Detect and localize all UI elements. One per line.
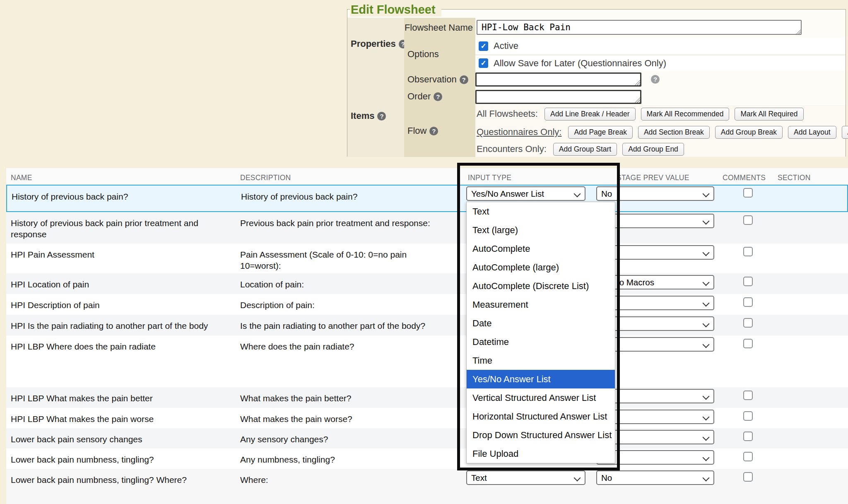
- help-icon[interactable]: ?: [651, 75, 660, 84]
- chevron-down-icon: [703, 393, 710, 400]
- dropdown-option-highlighted[interactable]: Yes/No Answer List: [467, 370, 615, 388]
- comments-checkbox[interactable]: [743, 247, 753, 256]
- row-description: Where does the pain radiate?: [240, 335, 439, 352]
- table-row[interactable]: HPI LBP What makes the pain worse What m…: [6, 408, 848, 428]
- row-name: History of previous back pain?: [12, 186, 235, 202]
- properties-cell: Properties?: [347, 18, 404, 105]
- dropdown-option[interactable]: AutoComplete (Discrete List): [467, 277, 615, 295]
- dropdown-option[interactable]: Measurement: [467, 295, 615, 314]
- help-icon[interactable]: ?: [434, 92, 442, 101]
- table-row[interactable]: History of previous back pain? History o…: [6, 185, 848, 212]
- table-row[interactable]: HPI Is the pain radiating to another par…: [6, 315, 848, 335]
- comments-checkbox[interactable]: [743, 432, 753, 441]
- table-row[interactable]: Lower back pain numbness, tingling? Wher…: [6, 469, 848, 504]
- row-name: HPI Description of pain: [11, 294, 234, 311]
- chevron-down-icon: [574, 475, 581, 482]
- col-header-stage-prev-value: STAGE PREV VALUE: [617, 173, 689, 182]
- table-row[interactable]: HPI Pain Assessment Pain Assessment (Sca…: [6, 244, 848, 273]
- chevron-down-icon: [703, 249, 710, 256]
- edit-flowsheet-form: Edit Flowsheet Properties? Items? Flowsh…: [347, 9, 846, 157]
- comments-checkbox[interactable]: [743, 215, 753, 225]
- mark-all-recommended-button[interactable]: Mark All Recommended: [641, 108, 730, 121]
- chevron-down-icon: [703, 434, 710, 441]
- input-type-select[interactable]: Text: [466, 470, 585, 485]
- observation-input[interactable]: [475, 72, 641, 87]
- flowsheet-name-label-cell: Flowsheet Name: [404, 18, 475, 38]
- comments-checkbox[interactable]: [743, 188, 753, 198]
- table-row[interactable]: HPI Location of pain Location of pain: t…: [6, 273, 848, 294]
- comments-checkbox[interactable]: [743, 318, 753, 328]
- row-description: Any sensory changes?: [240, 428, 439, 445]
- dropdown-option[interactable]: AutoComplete (large): [467, 258, 615, 277]
- comments-checkbox[interactable]: [743, 297, 753, 307]
- table-row[interactable]: HPI LBP What makes the pain better What …: [6, 387, 848, 408]
- order-label: Order?: [407, 91, 442, 102]
- dropdown-option[interactable]: File Upload: [467, 444, 615, 463]
- input-type-select[interactable]: Yes/No Answer List: [466, 186, 585, 201]
- row-name: Lower back pain numbness, tingling? Wher…: [11, 469, 234, 485]
- check-icon: ✓: [480, 59, 486, 68]
- page-title: Edit Flowsheet: [350, 3, 441, 17]
- dropdown-option[interactable]: AutoComplete: [467, 239, 615, 258]
- properties-label: Properties?: [351, 39, 404, 49]
- chevron-down-icon: [703, 414, 710, 421]
- dropdown-option[interactable]: Date: [467, 314, 615, 333]
- help-icon[interactable]: ?: [429, 127, 438, 135]
- comments-checkbox[interactable]: [743, 277, 753, 286]
- mark-all-required-button[interactable]: Mark All Required: [735, 108, 803, 121]
- add-line-break-header-button[interactable]: Add Line Break / Header: [544, 108, 636, 121]
- help-icon[interactable]: ?: [377, 112, 386, 121]
- chevron-down-icon: [703, 341, 710, 348]
- row-name: Lower back pain numbness, tingling?: [11, 449, 234, 465]
- options-label: Options: [407, 49, 439, 60]
- add-group-break-button[interactable]: Add Group Break: [715, 126, 783, 139]
- active-checkbox[interactable]: ✓: [479, 41, 488, 51]
- flow-row-encounters: Encounters Only: Add Group Start Add Gro…: [475, 141, 846, 157]
- dropdown-option[interactable]: Drop Down Structured Answer List: [467, 426, 615, 444]
- add-page-break-button[interactable]: Add Page Break: [568, 126, 632, 139]
- comments-checkbox[interactable]: [743, 472, 753, 482]
- order-input[interactable]: [475, 90, 641, 104]
- table-row[interactable]: History of previous back pain prior trea…: [6, 212, 848, 244]
- row-name: HPI Is the pain radiating to another par…: [11, 315, 234, 331]
- dropdown-option[interactable]: Horizontal Structured Answer List: [467, 407, 615, 426]
- comments-checkbox[interactable]: [743, 391, 753, 400]
- table-row[interactable]: HPI LBP Where does the pain radiate Wher…: [6, 335, 848, 387]
- row-description: Where:: [240, 469, 439, 485]
- dropdown-option[interactable]: Datetime: [467, 333, 615, 351]
- add-group-end-button[interactable]: Add Group End: [622, 143, 684, 156]
- chevron-down-icon: [703, 321, 710, 328]
- option-active: ✓ Active: [475, 38, 846, 54]
- comments-checkbox[interactable]: [743, 339, 753, 348]
- col-header-section: SECTION: [778, 173, 811, 182]
- dropdown-option[interactable]: Time: [467, 351, 615, 370]
- allow-save-checkbox[interactable]: ✓: [479, 58, 488, 68]
- option-allow-save: ✓ Allow Save for Later (Questionnaires O…: [475, 54, 846, 71]
- comments-checkbox[interactable]: [743, 452, 753, 461]
- row-name: HPI Location of pain: [11, 273, 234, 290]
- active-label: Active: [494, 41, 518, 51]
- stage-prev-value-select[interactable]: No: [596, 186, 714, 201]
- chevron-down-icon: [703, 191, 710, 198]
- add-layout-button[interactable]: Add Layout: [788, 126, 836, 139]
- table-row[interactable]: Lower back pain numbness, tingling? Any …: [6, 449, 848, 469]
- flowsheet-name-input[interactable]: HPI-Low Back Pain: [477, 20, 802, 35]
- add-section-break-button[interactable]: Add Section Break: [638, 126, 710, 139]
- table-row[interactable]: Lower back pain sensory changes Any sens…: [6, 428, 848, 449]
- table-row[interactable]: HPI Description of pain Description of p…: [6, 294, 848, 315]
- dropdown-option[interactable]: Vertical Structured Answer List: [467, 388, 615, 407]
- dropdown-option[interactable]: Text: [467, 202, 615, 221]
- help-icon[interactable]: ?: [460, 75, 468, 84]
- comments-checkbox[interactable]: [743, 411, 753, 421]
- chevron-down-icon: [703, 218, 710, 225]
- encounters-only-label: Encounters Only:: [477, 144, 547, 154]
- row-description: Is the pain radiating to another part of…: [240, 315, 439, 331]
- flowsheet-items-table: NAME DESCRIPTION INPUT TYPE STAGE PREV V…: [6, 168, 848, 504]
- chevron-down-icon: [703, 279, 710, 286]
- add-scriptlet-button[interactable]: Add Scriptlet: [842, 126, 848, 139]
- stage-prev-value-select[interactable]: No: [596, 470, 714, 485]
- add-group-start-button[interactable]: Add Group Start: [553, 143, 617, 156]
- row-name: HPI LBP What makes the pain worse: [11, 408, 234, 424]
- flow-label: Flow?: [407, 125, 438, 136]
- dropdown-option[interactable]: Text (large): [467, 221, 615, 239]
